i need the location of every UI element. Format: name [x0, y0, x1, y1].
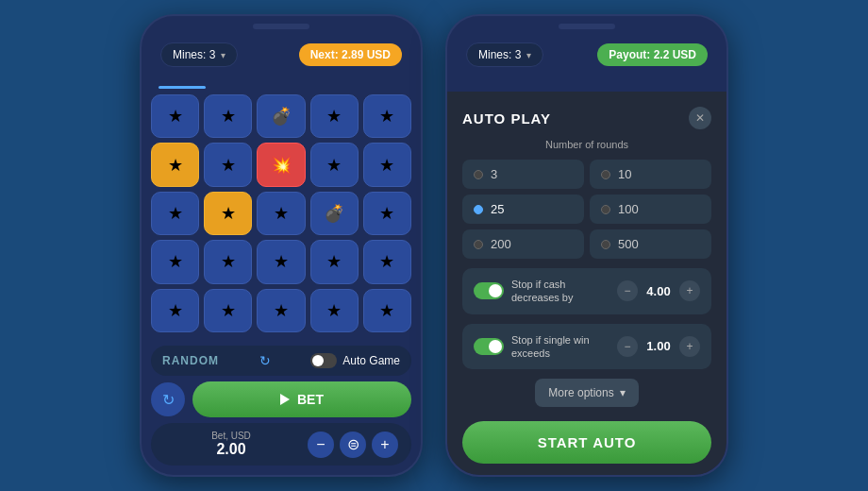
radio-dot-500 — [601, 240, 610, 249]
cell-1-4[interactable]: ★ — [363, 143, 411, 186]
bet-value: 2.00 — [164, 441, 298, 458]
round-value-200: 200 — [491, 237, 511, 251]
more-options-label: More options — [548, 386, 613, 399]
cell-4-1[interactable]: ★ — [204, 289, 252, 332]
bet-decrease-button[interactable]: − — [308, 432, 334, 458]
play-icon — [280, 394, 290, 405]
autoplay-header: AUTO PLAY ✕ — [462, 107, 711, 129]
rounds-grid: 3 10 25 100 200 — [462, 160, 711, 259]
start-auto-button[interactable]: START AUTO — [462, 421, 711, 464]
round-value-3: 3 — [491, 167, 497, 181]
round-value-500: 500 — [618, 237, 639, 251]
cell-3-0[interactable]: ★ — [151, 240, 199, 283]
round-option-100[interactable]: 100 — [590, 195, 711, 224]
auto-game-row: Auto Game — [310, 353, 400, 368]
cell-3-4[interactable]: ★ — [363, 240, 411, 283]
bet-refresh-button[interactable]: ↻ — [151, 382, 185, 416]
phone-notch-right — [559, 24, 615, 29]
cell-0-2[interactable]: 💣 — [257, 94, 305, 138]
chevron-down-icon-left: ▾ — [221, 50, 225, 60]
cell-4-4[interactable]: ★ — [363, 289, 411, 332]
autoplay-overlay: AUTO PLAY ✕ Number of rounds 3 10 25 — [447, 92, 726, 475]
cell-4-2[interactable]: ★ — [257, 289, 305, 332]
minus-icon: − — [316, 436, 325, 453]
cell-2-4[interactable]: ★ — [363, 192, 411, 235]
mines-label-left: Mines: 3 — [173, 48, 215, 61]
radio-dot-200 — [474, 240, 483, 249]
auto-game-toggle[interactable] — [310, 353, 337, 368]
radio-dot-10 — [601, 170, 610, 179]
more-options-button[interactable]: More options ▾ — [535, 379, 638, 407]
chevron-down-icon-right: ▾ — [526, 50, 531, 60]
bet-controls: − ⊜ + — [308, 432, 398, 458]
round-option-500[interactable]: 500 — [590, 229, 711, 259]
top-bar-left: Mines: 3 ▾ Next: 2.89 USD — [149, 37, 413, 73]
cell-0-4[interactable]: ★ — [363, 94, 411, 138]
cell-2-2[interactable]: ★ — [257, 192, 305, 235]
stop-cash-value: 4.00 — [642, 284, 676, 298]
round-option-10[interactable]: 10 — [590, 160, 711, 189]
mines-label-right: Mines: 3 — [478, 48, 521, 61]
phones-container: Mines: 3 ▾ Next: 2.89 USD ★ ★ 💣 ★ ★ ★ ★ … — [140, 14, 728, 477]
rounds-label: Number of rounds — [462, 139, 711, 150]
cell-2-1[interactable]: ★ — [204, 192, 252, 235]
mines-selector-left[interactable]: Mines: 3 ▾ — [160, 42, 238, 67]
cell-2-0[interactable]: ★ — [151, 192, 199, 235]
mines-selector-right[interactable]: Mines: 3 ▾ — [466, 42, 543, 67]
cell-0-0[interactable]: ★ — [151, 94, 199, 138]
autoplay-close-button[interactable]: ✕ — [689, 107, 711, 129]
cell-4-3[interactable]: ★ — [310, 289, 359, 332]
cell-1-2[interactable]: 💥 — [257, 143, 305, 186]
round-option-3[interactable]: 3 — [462, 160, 584, 189]
top-bar-right: Mines: 3 ▾ Payout: 2.2 USD — [455, 37, 719, 73]
cell-0-3[interactable]: ★ — [310, 94, 359, 138]
refresh-icon[interactable]: ↻ — [259, 353, 271, 368]
cell-3-3[interactable]: ★ — [310, 240, 359, 283]
autoplay-title: AUTO PLAY — [462, 110, 551, 127]
cell-3-2[interactable]: ★ — [257, 240, 305, 283]
stop-win-controls: − 1.00 + — [617, 336, 700, 357]
stop-win-value: 1.00 — [642, 339, 676, 353]
round-value-25: 25 — [491, 202, 504, 216]
stack-icon: ⊜ — [347, 435, 359, 453]
cell-0-1[interactable]: ★ — [204, 94, 252, 138]
stop-cash-toggle[interactable] — [474, 282, 504, 299]
bet-row: ↻ Bet, USD BET — [151, 381, 411, 417]
game-area: ★ ★ 💣 ★ ★ ★ ★ 💥 ★ ★ ★ ★ ★ 💣 ★ ★ ★ — [142, 76, 421, 340]
minus-icon-cash: − — [624, 284, 630, 297]
stop-win-decrease[interactable]: − — [617, 336, 638, 357]
cell-1-0[interactable]: ★ — [151, 143, 199, 186]
close-icon: ✕ — [695, 111, 705, 125]
random-button[interactable]: RANDOM — [162, 354, 219, 367]
minus-icon-win: − — [624, 340, 630, 353]
divider-line — [159, 86, 206, 89]
stop-cash-label: Stop if cash decreases by — [511, 278, 609, 305]
stop-win-increase[interactable]: + — [679, 336, 700, 357]
cell-1-1[interactable]: ★ — [204, 143, 252, 186]
cell-1-3[interactable]: ★ — [310, 143, 359, 186]
stop-cash-increase[interactable]: + — [679, 280, 700, 301]
chevron-down-icon-more: ▾ — [620, 386, 626, 399]
cell-4-0[interactable]: ★ — [151, 289, 199, 332]
random-row: RANDOM ↻ Auto Game — [151, 346, 411, 376]
round-option-200[interactable]: 200 — [462, 229, 584, 259]
auto-game-label: Auto Game — [342, 354, 400, 367]
bet-stack-button[interactable]: ⊜ — [340, 432, 366, 458]
round-option-25[interactable]: 25 — [462, 195, 584, 224]
next-badge: Next: 2.89 USD — [299, 43, 402, 66]
bet-increase-button[interactable]: + — [372, 432, 398, 458]
radio-dot-3 — [474, 170, 483, 179]
stop-cash-controls: − 4.00 + — [617, 280, 700, 301]
bet-label: Bet, USD — [164, 431, 298, 441]
game-grid: ★ ★ 💣 ★ ★ ★ ★ 💥 ★ ★ ★ ★ ★ 💣 ★ ★ ★ — [151, 94, 411, 332]
stop-cash-decrease[interactable]: − — [617, 280, 638, 301]
cell-2-3[interactable]: 💣 — [310, 192, 359, 235]
bottom-controls-left: RANDOM ↻ Auto Game ↻ Bet, USD BET — [142, 340, 421, 475]
bet-button[interactable]: Bet, USD BET — [192, 381, 411, 417]
stop-win-toggle[interactable] — [474, 338, 504, 355]
cell-3-1[interactable]: ★ — [204, 240, 252, 283]
bet-amount-row: Bet, USD 2.00 − ⊜ + — [151, 423, 411, 466]
refresh-icon-btn: ↻ — [162, 391, 175, 409]
radio-dot-100 — [601, 205, 610, 214]
stop-win-label: Stop if single win exceeds — [511, 333, 609, 361]
